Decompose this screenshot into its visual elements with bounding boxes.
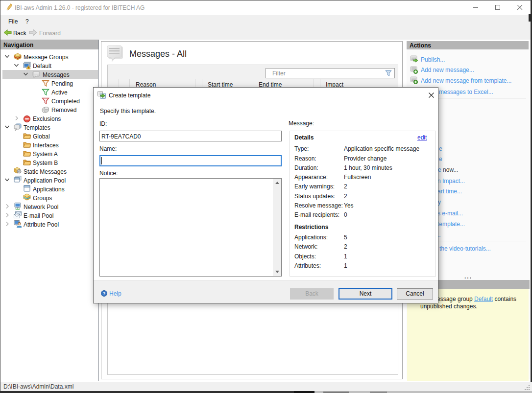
svg-text:?: ? bbox=[103, 291, 106, 296]
